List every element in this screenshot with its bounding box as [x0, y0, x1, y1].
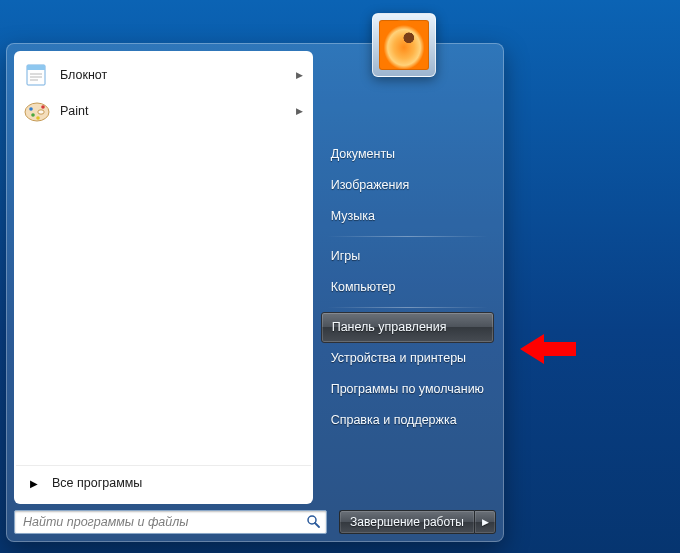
right-item-help[interactable]: Справка и поддержка: [321, 405, 494, 436]
desktop-background: Блокнот ▶: [0, 0, 680, 553]
program-notepad[interactable]: Блокнот ▶: [16, 57, 311, 93]
recent-programs-list: Блокнот ▶: [16, 55, 311, 131]
search-input[interactable]: [21, 514, 306, 530]
all-programs-label: Все программы: [52, 476, 142, 490]
search-icon: [306, 514, 320, 531]
left-pane-spacer: [16, 131, 311, 465]
program-label: Блокнот: [60, 68, 296, 82]
start-menu-panes: Блокнот ▶: [14, 51, 496, 504]
paint-icon: [22, 96, 52, 126]
svg-point-6: [38, 110, 44, 114]
svg-rect-1: [27, 65, 45, 70]
right-item-control-panel[interactable]: Панель управления: [321, 312, 494, 343]
right-item-documents[interactable]: Документы: [321, 139, 494, 170]
user-avatar-icon: [379, 20, 429, 70]
program-paint[interactable]: Paint ▶: [16, 93, 311, 129]
submenu-caret-icon: ▶: [296, 70, 303, 80]
right-item-default-programs[interactable]: Программы по умолчанию: [321, 374, 494, 405]
search-box[interactable]: [14, 510, 327, 534]
bottom-row: Завершение работы ▶: [14, 510, 496, 534]
program-label: Paint: [60, 104, 296, 118]
user-avatar-frame[interactable]: [372, 13, 436, 77]
svg-marker-13: [520, 334, 576, 364]
start-menu: Блокнот ▶: [6, 43, 504, 542]
svg-point-7: [29, 107, 33, 111]
right-item-music[interactable]: Музыка: [321, 201, 494, 232]
right-item-devices-printers[interactable]: Устройства и принтеры: [321, 343, 494, 374]
right-item-computer[interactable]: Компьютер: [321, 272, 494, 303]
all-programs-button[interactable]: ▶ Все программы: [16, 465, 311, 500]
shutdown-cluster: Завершение работы ▶: [339, 510, 496, 534]
right-link-list: Документы Изображения Музыка Игры Компью…: [321, 139, 494, 436]
right-item-games[interactable]: Игры: [321, 241, 494, 272]
shutdown-options-button[interactable]: ▶: [474, 510, 496, 534]
right-pane: Документы Изображения Музыка Игры Компью…: [313, 51, 496, 504]
separator: [327, 307, 488, 308]
right-item-pictures[interactable]: Изображения: [321, 170, 494, 201]
left-pane: Блокнот ▶: [14, 51, 313, 504]
svg-point-8: [31, 113, 35, 117]
submenu-caret-icon: ▶: [296, 106, 303, 116]
callout-arrow-icon: [520, 332, 576, 366]
svg-line-12: [315, 523, 319, 527]
shutdown-button[interactable]: Завершение работы: [339, 510, 474, 534]
chevron-right-icon: ▶: [482, 517, 489, 527]
svg-point-10: [41, 105, 45, 109]
notepad-icon: [22, 60, 52, 90]
separator: [327, 236, 488, 237]
svg-point-9: [36, 116, 40, 120]
chevron-right-icon: ▶: [30, 478, 38, 489]
